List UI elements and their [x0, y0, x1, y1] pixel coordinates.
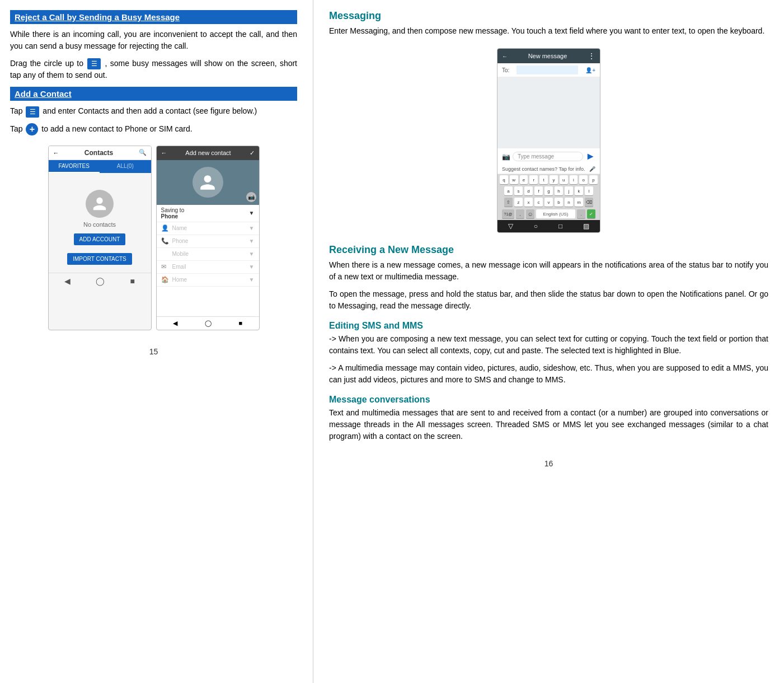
key-q[interactable]: q — [500, 175, 508, 184]
msg-type-field[interactable]: Type message — [513, 152, 583, 161]
phone-field-arrow: ▼ — [249, 238, 255, 244]
name-field-label: Name — [172, 225, 246, 231]
key-e[interactable]: e — [520, 175, 528, 184]
drag-text-pre: Drag the circle up to — [10, 59, 83, 68]
key-a[interactable]: a — [504, 186, 513, 195]
key-backspace[interactable]: ⌫ — [585, 198, 593, 207]
home-field-label: Home — [172, 277, 246, 283]
msg-add-recipient-icon: 👤+ — [585, 67, 595, 73]
reject-call-para2: Drag the circle up to , some busy messag… — [10, 58, 297, 81]
name-field-arrow: ▼ — [249, 225, 255, 231]
message-conversations-heading: Message conversations — [329, 395, 768, 405]
saving-to-label: Saving to Phone — [161, 207, 185, 219]
key-period[interactable]: . — [577, 209, 585, 218]
add-account-btn[interactable]: ADD ACCOUNT — [74, 233, 126, 245]
key-space[interactable]: English (US) — [536, 209, 575, 218]
kb-nav-row: ▽ ○ □ ▨ — [497, 220, 600, 232]
mobile-field-label: Mobile — [172, 251, 246, 257]
key-f[interactable]: f — [534, 186, 543, 195]
add-contact-back-icon: ← — [161, 149, 167, 156]
tap-text-1: Tap — [10, 106, 23, 115]
key-b[interactable]: b — [555, 198, 563, 207]
key-num[interactable]: ?1@ — [502, 209, 514, 218]
key-j[interactable]: j — [565, 186, 573, 195]
key-y[interactable]: y — [550, 175, 558, 184]
messaging-screenshot: ← New message ⋮ To: 👤+ 📷 Type message ► … — [497, 48, 600, 233]
key-o[interactable]: o — [579, 175, 588, 184]
key-h[interactable]: h — [555, 186, 563, 195]
key-u[interactable]: u — [560, 175, 568, 184]
contacts-empty-area: No contacts ADD ACCOUNT IMPORT CONTACTS — [49, 173, 151, 273]
key-emoji[interactable]: ☺ — [526, 209, 534, 218]
msg-to-input[interactable] — [517, 66, 578, 74]
phone-field-row: 📞 Phone ▼ — [157, 235, 259, 248]
reject-call-heading: Reject a Call by Sending a Busy Message — [10, 10, 297, 24]
nav2-recents-icon: ■ — [238, 320, 242, 326]
contacts-screen-header: ← Contacts 🔍 — [49, 146, 151, 160]
key-d[interactable]: d — [524, 186, 533, 195]
contacts-back-icon: ← — [53, 149, 59, 156]
msg-suggest-row: Suggest contact names? Tap for info. 🎤 — [497, 165, 600, 174]
editing-sms-para1: -> When you are composing a new text mes… — [329, 333, 768, 357]
key-t[interactable]: t — [539, 175, 548, 184]
phone-field-icon: 📞 — [161, 237, 169, 245]
empty-avatar — [86, 190, 114, 218]
add-contact-avatar — [193, 167, 223, 198]
add-contact-bottom-bar: ◀ ◯ ■ — [157, 316, 259, 330]
key-m[interactable]: m — [575, 198, 583, 207]
key-g[interactable]: g — [544, 186, 553, 195]
camera-icon: 📷 — [246, 192, 256, 202]
key-i[interactable]: i — [570, 175, 578, 184]
key-r[interactable]: r — [529, 175, 538, 184]
key-p[interactable]: p — [589, 175, 598, 184]
import-contacts-btn[interactable]: IMPORT CONTACTS — [67, 253, 132, 265]
editing-sms-heading: Editing SMS and MMS — [329, 321, 768, 331]
receiving-message-section: Receiving a New Message When there is a … — [329, 244, 768, 312]
nav2-back-icon: ◀ — [173, 320, 177, 327]
messaging-screenshot-container: ← New message ⋮ To: 👤+ 📷 Type message ► … — [329, 48, 768, 233]
editing-sms-section: Editing SMS and MMS -> When you are comp… — [329, 321, 768, 386]
key-c[interactable]: c — [534, 198, 543, 207]
person-silhouette-icon — [199, 174, 217, 191]
msg-body-area — [497, 77, 600, 148]
key-n[interactable]: n — [565, 198, 573, 207]
email-field-row: ✉ Email ▼ — [157, 261, 259, 274]
msg-send-icon: ► — [585, 151, 595, 162]
add-contact-screen: ← Add new contact ✓ 📷 Saving to Pho — [156, 146, 260, 330]
tap-text-2: Tap — [10, 124, 23, 133]
key-s[interactable]: s — [514, 186, 523, 195]
messaging-heading: Messaging — [329, 10, 768, 22]
key-shift[interactable]: ⇧ — [504, 198, 513, 207]
messaging-section: Messaging Enter Messaging, and then comp… — [329, 10, 768, 37]
key-v[interactable]: v — [544, 198, 553, 207]
key-comma[interactable]: , — [516, 209, 524, 218]
msg-input-row: 📷 Type message ► — [497, 148, 600, 165]
key-enter[interactable]: ✓ — [587, 209, 595, 218]
saving-arrow-icon: ▼ — [249, 210, 255, 216]
key-k[interactable]: k — [575, 186, 583, 195]
key-w[interactable]: w — [510, 175, 518, 184]
key-x[interactable]: x — [524, 198, 533, 207]
home-field-icon: 🏠 — [161, 276, 169, 284]
kb-row-3: ⇧ z x c v b n m ⌫ — [497, 197, 600, 208]
contacts-icon — [26, 106, 39, 118]
messaging-para1: Enter Messaging, and then compose new me… — [329, 25, 768, 37]
favorites-tab[interactable]: FAVORITES — [49, 160, 100, 173]
receiving-message-para2: To open the message, press and hold the … — [329, 288, 768, 312]
contacts-bottom-bar: ◀ ◯ ■ — [49, 273, 151, 289]
msg-suggest-text: Suggest contact names? Tap for info. — [502, 166, 585, 172]
saving-to-row: Saving to Phone ▼ — [157, 205, 259, 222]
nav-triangle-icon: ▽ — [508, 222, 513, 230]
keyboard-area: q w e r t y u i o p a s d — [497, 174, 600, 232]
key-z[interactable]: z — [514, 198, 523, 207]
nav-grip-icon: ▨ — [583, 222, 589, 230]
all-tab[interactable]: ALL(0) — [100, 160, 151, 173]
key-l[interactable]: l — [585, 186, 593, 195]
message-conversations-para1: Text and multimedia messages that are se… — [329, 407, 768, 442]
home-field-arrow: ▼ — [249, 277, 255, 283]
receiving-message-para1: When there is a new message comes, a new… — [329, 259, 768, 283]
name-field-row: 👤 Name ▼ — [157, 222, 259, 235]
nav-square-icon: □ — [558, 222, 562, 230]
kb-bottom-row: ?1@ , ☺ English (US) . ✓ — [497, 208, 600, 220]
msg-more-icon: ⋮ — [588, 52, 595, 60]
